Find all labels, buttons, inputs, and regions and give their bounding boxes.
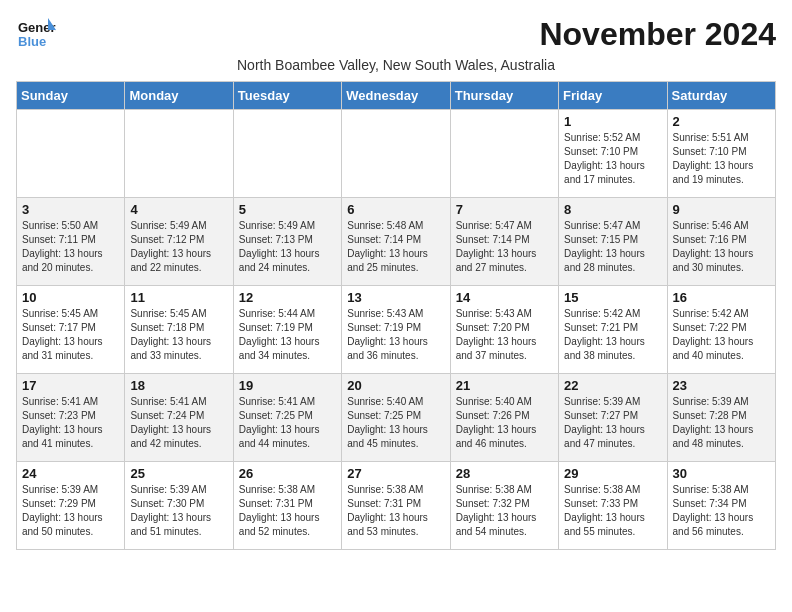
day-number: 9 (673, 202, 770, 217)
day-number: 29 (564, 466, 661, 481)
col-header-saturday: Saturday (667, 82, 775, 110)
day-info: Sunrise: 5:49 AM Sunset: 7:13 PM Dayligh… (239, 219, 336, 275)
col-header-monday: Monday (125, 82, 233, 110)
calendar-cell: 29Sunrise: 5:38 AM Sunset: 7:33 PM Dayli… (559, 462, 667, 550)
page-subtitle: North Boambee Valley, New South Wales, A… (16, 57, 776, 73)
calendar-cell: 13Sunrise: 5:43 AM Sunset: 7:19 PM Dayli… (342, 286, 450, 374)
calendar-cell (125, 110, 233, 198)
calendar-cell: 15Sunrise: 5:42 AM Sunset: 7:21 PM Dayli… (559, 286, 667, 374)
day-number: 28 (456, 466, 553, 481)
day-info: Sunrise: 5:38 AM Sunset: 7:31 PM Dayligh… (347, 483, 444, 539)
calendar-week-1: 1Sunrise: 5:52 AM Sunset: 7:10 PM Daylig… (17, 110, 776, 198)
day-number: 2 (673, 114, 770, 129)
calendar-cell: 1Sunrise: 5:52 AM Sunset: 7:10 PM Daylig… (559, 110, 667, 198)
day-number: 8 (564, 202, 661, 217)
day-info: Sunrise: 5:39 AM Sunset: 7:28 PM Dayligh… (673, 395, 770, 451)
day-info: Sunrise: 5:38 AM Sunset: 7:32 PM Dayligh… (456, 483, 553, 539)
calendar-cell: 26Sunrise: 5:38 AM Sunset: 7:31 PM Dayli… (233, 462, 341, 550)
day-info: Sunrise: 5:40 AM Sunset: 7:26 PM Dayligh… (456, 395, 553, 451)
calendar-week-3: 10Sunrise: 5:45 AM Sunset: 7:17 PM Dayli… (17, 286, 776, 374)
day-number: 7 (456, 202, 553, 217)
day-info: Sunrise: 5:42 AM Sunset: 7:21 PM Dayligh… (564, 307, 661, 363)
calendar-cell: 9Sunrise: 5:46 AM Sunset: 7:16 PM Daylig… (667, 198, 775, 286)
day-info: Sunrise: 5:39 AM Sunset: 7:29 PM Dayligh… (22, 483, 119, 539)
calendar-cell: 30Sunrise: 5:38 AM Sunset: 7:34 PM Dayli… (667, 462, 775, 550)
day-info: Sunrise: 5:47 AM Sunset: 7:15 PM Dayligh… (564, 219, 661, 275)
day-number: 26 (239, 466, 336, 481)
day-info: Sunrise: 5:51 AM Sunset: 7:10 PM Dayligh… (673, 131, 770, 187)
day-info: Sunrise: 5:42 AM Sunset: 7:22 PM Dayligh… (673, 307, 770, 363)
day-info: Sunrise: 5:43 AM Sunset: 7:20 PM Dayligh… (456, 307, 553, 363)
calendar-table: SundayMondayTuesdayWednesdayThursdayFrid… (16, 81, 776, 550)
day-info: Sunrise: 5:38 AM Sunset: 7:33 PM Dayligh… (564, 483, 661, 539)
calendar-cell: 24Sunrise: 5:39 AM Sunset: 7:29 PM Dayli… (17, 462, 125, 550)
day-number: 30 (673, 466, 770, 481)
page-header: General Blue November 2024 (16, 16, 776, 53)
day-number: 24 (22, 466, 119, 481)
day-info: Sunrise: 5:50 AM Sunset: 7:11 PM Dayligh… (22, 219, 119, 275)
calendar-cell (233, 110, 341, 198)
day-number: 4 (130, 202, 227, 217)
calendar-week-4: 17Sunrise: 5:41 AM Sunset: 7:23 PM Dayli… (17, 374, 776, 462)
day-number: 18 (130, 378, 227, 393)
calendar-cell (17, 110, 125, 198)
day-number: 19 (239, 378, 336, 393)
calendar-week-2: 3Sunrise: 5:50 AM Sunset: 7:11 PM Daylig… (17, 198, 776, 286)
day-info: Sunrise: 5:41 AM Sunset: 7:23 PM Dayligh… (22, 395, 119, 451)
day-number: 17 (22, 378, 119, 393)
calendar-cell: 4Sunrise: 5:49 AM Sunset: 7:12 PM Daylig… (125, 198, 233, 286)
day-number: 23 (673, 378, 770, 393)
calendar-cell: 6Sunrise: 5:48 AM Sunset: 7:14 PM Daylig… (342, 198, 450, 286)
day-info: Sunrise: 5:41 AM Sunset: 7:24 PM Dayligh… (130, 395, 227, 451)
day-number: 1 (564, 114, 661, 129)
month-title: November 2024 (539, 16, 776, 53)
title-block: November 2024 (539, 16, 776, 53)
calendar-cell (450, 110, 558, 198)
day-info: Sunrise: 5:47 AM Sunset: 7:14 PM Dayligh… (456, 219, 553, 275)
day-info: Sunrise: 5:46 AM Sunset: 7:16 PM Dayligh… (673, 219, 770, 275)
day-info: Sunrise: 5:49 AM Sunset: 7:12 PM Dayligh… (130, 219, 227, 275)
day-info: Sunrise: 5:52 AM Sunset: 7:10 PM Dayligh… (564, 131, 661, 187)
calendar-cell: 21Sunrise: 5:40 AM Sunset: 7:26 PM Dayli… (450, 374, 558, 462)
calendar-cell: 18Sunrise: 5:41 AM Sunset: 7:24 PM Dayli… (125, 374, 233, 462)
calendar-cell: 3Sunrise: 5:50 AM Sunset: 7:11 PM Daylig… (17, 198, 125, 286)
day-info: Sunrise: 5:41 AM Sunset: 7:25 PM Dayligh… (239, 395, 336, 451)
calendar-cell: 10Sunrise: 5:45 AM Sunset: 7:17 PM Dayli… (17, 286, 125, 374)
day-info: Sunrise: 5:45 AM Sunset: 7:18 PM Dayligh… (130, 307, 227, 363)
day-info: Sunrise: 5:38 AM Sunset: 7:31 PM Dayligh… (239, 483, 336, 539)
calendar-cell: 17Sunrise: 5:41 AM Sunset: 7:23 PM Dayli… (17, 374, 125, 462)
col-header-wednesday: Wednesday (342, 82, 450, 110)
calendar-cell: 19Sunrise: 5:41 AM Sunset: 7:25 PM Dayli… (233, 374, 341, 462)
calendar-cell: 7Sunrise: 5:47 AM Sunset: 7:14 PM Daylig… (450, 198, 558, 286)
logo-icon: General Blue (16, 16, 56, 52)
calendar-cell: 8Sunrise: 5:47 AM Sunset: 7:15 PM Daylig… (559, 198, 667, 286)
calendar-cell: 20Sunrise: 5:40 AM Sunset: 7:25 PM Dayli… (342, 374, 450, 462)
day-number: 21 (456, 378, 553, 393)
day-info: Sunrise: 5:44 AM Sunset: 7:19 PM Dayligh… (239, 307, 336, 363)
day-number: 11 (130, 290, 227, 305)
calendar-cell: 27Sunrise: 5:38 AM Sunset: 7:31 PM Dayli… (342, 462, 450, 550)
day-info: Sunrise: 5:39 AM Sunset: 7:27 PM Dayligh… (564, 395, 661, 451)
calendar-cell: 12Sunrise: 5:44 AM Sunset: 7:19 PM Dayli… (233, 286, 341, 374)
calendar-cell: 25Sunrise: 5:39 AM Sunset: 7:30 PM Dayli… (125, 462, 233, 550)
day-number: 20 (347, 378, 444, 393)
calendar-week-5: 24Sunrise: 5:39 AM Sunset: 7:29 PM Dayli… (17, 462, 776, 550)
day-number: 13 (347, 290, 444, 305)
day-info: Sunrise: 5:45 AM Sunset: 7:17 PM Dayligh… (22, 307, 119, 363)
calendar-cell: 22Sunrise: 5:39 AM Sunset: 7:27 PM Dayli… (559, 374, 667, 462)
day-number: 5 (239, 202, 336, 217)
day-number: 22 (564, 378, 661, 393)
col-header-tuesday: Tuesday (233, 82, 341, 110)
day-number: 27 (347, 466, 444, 481)
calendar-cell: 28Sunrise: 5:38 AM Sunset: 7:32 PM Dayli… (450, 462, 558, 550)
day-info: Sunrise: 5:40 AM Sunset: 7:25 PM Dayligh… (347, 395, 444, 451)
day-number: 16 (673, 290, 770, 305)
day-number: 6 (347, 202, 444, 217)
day-info: Sunrise: 5:43 AM Sunset: 7:19 PM Dayligh… (347, 307, 444, 363)
day-number: 12 (239, 290, 336, 305)
calendar-cell: 5Sunrise: 5:49 AM Sunset: 7:13 PM Daylig… (233, 198, 341, 286)
calendar-header-row: SundayMondayTuesdayWednesdayThursdayFrid… (17, 82, 776, 110)
day-info: Sunrise: 5:38 AM Sunset: 7:34 PM Dayligh… (673, 483, 770, 539)
calendar-cell: 14Sunrise: 5:43 AM Sunset: 7:20 PM Dayli… (450, 286, 558, 374)
day-number: 14 (456, 290, 553, 305)
